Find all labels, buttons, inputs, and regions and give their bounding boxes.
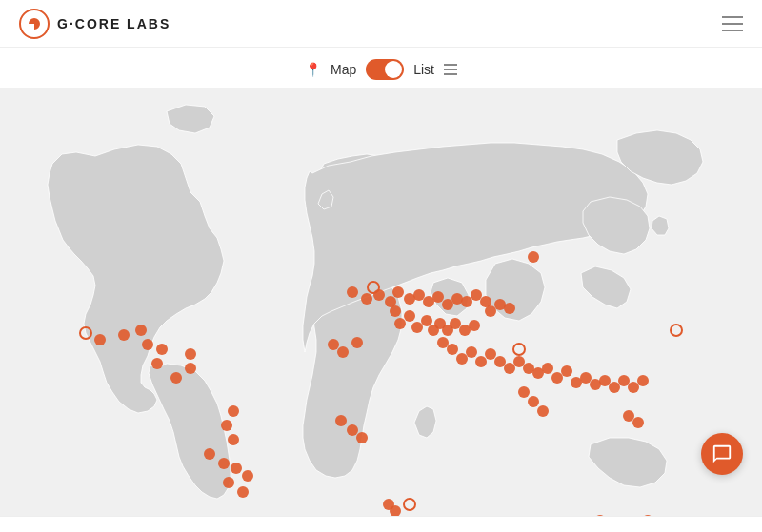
svg-point-69 [637, 375, 649, 386]
list-label: List [413, 62, 434, 77]
svg-point-13 [223, 477, 234, 488]
svg-point-4 [142, 339, 153, 350]
svg-point-45 [450, 318, 461, 329]
svg-point-77 [335, 415, 347, 426]
svg-point-65 [599, 375, 611, 386]
svg-point-29 [442, 299, 453, 310]
svg-point-5 [135, 325, 147, 336]
svg-point-15 [237, 486, 249, 498]
svg-point-40 [411, 322, 423, 333]
svg-point-34 [485, 305, 496, 317]
svg-point-7 [151, 358, 163, 369]
svg-point-49 [447, 344, 458, 355]
svg-point-19 [228, 405, 239, 417]
world-map [0, 88, 762, 516]
map-pin-icon: 📍 [305, 62, 321, 77]
svg-point-56 [513, 356, 525, 367]
svg-point-47 [469, 320, 480, 331]
svg-point-48 [437, 337, 449, 348]
svg-point-6 [156, 344, 168, 355]
svg-point-9 [185, 348, 196, 360]
svg-point-2 [94, 334, 106, 345]
svg-point-20 [347, 286, 358, 298]
svg-point-71 [632, 417, 644, 428]
svg-point-83 [528, 396, 539, 407]
view-toggle-bar: 📍 Map List [0, 48, 762, 88]
svg-point-22 [373, 289, 385, 301]
svg-point-37 [390, 305, 401, 317]
svg-point-21 [361, 293, 372, 305]
svg-point-84 [537, 405, 549, 417]
svg-point-28 [432, 291, 444, 303]
map-label: Map [331, 62, 356, 77]
svg-point-11 [204, 448, 215, 460]
svg-point-67 [618, 375, 630, 386]
svg-point-86 [337, 346, 349, 358]
chat-button[interactable] [701, 433, 743, 475]
svg-point-12 [218, 458, 230, 469]
svg-point-14 [231, 463, 242, 474]
svg-point-31 [461, 296, 472, 307]
svg-point-60 [551, 372, 563, 384]
svg-point-8 [170, 372, 182, 384]
svg-point-39 [404, 310, 415, 322]
svg-point-70 [623, 410, 634, 422]
svg-point-51 [466, 346, 477, 358]
svg-point-78 [347, 424, 358, 436]
svg-point-50 [456, 353, 468, 365]
svg-point-17 [228, 434, 239, 445]
list-view-icon[interactable] [444, 64, 457, 75]
svg-point-55 [504, 363, 515, 374]
svg-point-88 [528, 251, 539, 263]
svg-point-3 [118, 329, 130, 341]
svg-point-59 [542, 363, 553, 374]
svg-point-54 [494, 356, 506, 367]
map-legend: — Active locations — Planned locations [0, 516, 762, 532]
svg-point-61 [561, 365, 572, 377]
map-list-toggle[interactable] [366, 59, 404, 80]
svg-point-79 [356, 432, 368, 443]
svg-point-38 [394, 318, 406, 329]
svg-point-16 [242, 470, 253, 482]
svg-point-26 [413, 289, 425, 301]
svg-point-81 [383, 499, 394, 510]
logo-icon [19, 9, 50, 39]
svg-point-24 [392, 286, 404, 298]
logo-text: G·CORE LABS [57, 16, 170, 31]
map-svg [0, 88, 762, 516]
header: G·CORE LABS [0, 0, 762, 48]
svg-point-41 [421, 315, 432, 326]
svg-point-18 [221, 420, 232, 431]
svg-point-66 [609, 382, 620, 393]
svg-point-82 [518, 386, 530, 398]
svg-point-53 [485, 348, 496, 360]
svg-point-10 [185, 363, 196, 374]
chat-icon [712, 443, 732, 464]
hamburger-menu-icon[interactable] [722, 16, 743, 31]
svg-point-32 [471, 289, 482, 301]
svg-point-52 [475, 356, 487, 367]
svg-point-63 [580, 372, 592, 384]
svg-point-85 [328, 339, 339, 350]
svg-point-68 [628, 382, 639, 393]
logo-area: G·CORE LABS [19, 9, 170, 39]
svg-point-36 [504, 303, 515, 314]
svg-point-87 [351, 337, 363, 348]
